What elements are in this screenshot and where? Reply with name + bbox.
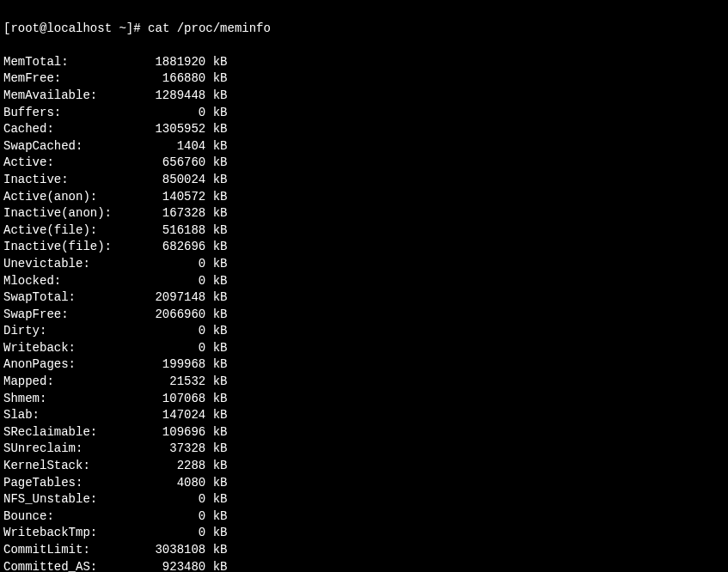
meminfo-unit: kB	[205, 357, 227, 371]
meminfo-line: Slab: 147024 kB	[3, 407, 725, 424]
meminfo-line: SUnreclaim: 37328 kB	[3, 441, 725, 458]
meminfo-label: Dirty:	[3, 324, 119, 338]
prompt-symbol: #	[133, 21, 140, 35]
meminfo-value: 166880	[119, 71, 205, 85]
meminfo-label: Inactive(anon):	[3, 206, 119, 220]
meminfo-label: Writeback:	[3, 341, 119, 355]
meminfo-value: 37328	[119, 441, 205, 455]
meminfo-line: Committed_AS: 923480 kB	[3, 559, 725, 572]
meminfo-value: 0	[119, 492, 205, 506]
meminfo-label: CommitLimit:	[3, 543, 119, 557]
meminfo-value: 2097148	[119, 290, 205, 304]
meminfo-unit: kB	[205, 392, 227, 405]
meminfo-label: WritebackTmp:	[3, 526, 119, 539]
meminfo-unit: kB	[205, 526, 227, 539]
meminfo-unit: kB	[205, 71, 227, 85]
meminfo-line: Cached: 1305952 kB	[3, 121, 725, 138]
meminfo-value: 850024	[119, 173, 205, 186]
terminal-output[interactable]: [root@localhost ~]# cat /proc/meminfo Me…	[3, 3, 725, 572]
meminfo-line: Inactive(file): 682696 kB	[3, 239, 725, 256]
meminfo-value: 1881920	[119, 55, 205, 69]
meminfo-unit: kB	[205, 257, 227, 271]
meminfo-line: SReclaimable: 109696 kB	[3, 424, 725, 441]
meminfo-value: 1289448	[119, 88, 205, 102]
meminfo-label: Buffers:	[3, 106, 119, 119]
meminfo-line: KernelStack: 2288 kB	[3, 458, 725, 475]
meminfo-line: AnonPages: 199968 kB	[3, 356, 725, 374]
meminfo-value: 199968	[119, 357, 205, 371]
meminfo-line: PageTables: 4080 kB	[3, 475, 725, 492]
command-text: cat /proc/meminfo	[148, 21, 271, 35]
meminfo-unit: kB	[205, 173, 227, 186]
meminfo-unit: kB	[205, 155, 227, 169]
meminfo-label: Inactive:	[3, 173, 119, 186]
meminfo-label: Active(anon):	[3, 190, 119, 204]
meminfo-line: Bounce: 0 kB	[3, 508, 725, 526]
meminfo-value: 0	[119, 341, 205, 355]
meminfo-value: 147024	[119, 408, 205, 422]
meminfo-value: 107068	[119, 392, 205, 405]
meminfo-line: Mapped: 21532 kB	[3, 374, 725, 391]
meminfo-value: 0	[119, 274, 205, 288]
meminfo-label: KernelStack:	[3, 459, 119, 472]
meminfo-label: Active(file):	[3, 223, 119, 237]
meminfo-value: 109696	[119, 425, 205, 439]
meminfo-label: MemAvailable:	[3, 88, 119, 102]
meminfo-unit: kB	[205, 223, 227, 237]
meminfo-line: WritebackTmp: 0 kB	[3, 525, 725, 542]
meminfo-unit: kB	[205, 55, 227, 69]
meminfo-label: SwapFree:	[3, 307, 119, 321]
meminfo-unit: kB	[205, 459, 227, 472]
meminfo-value: 1305952	[119, 122, 205, 136]
meminfo-line: Shmem: 107068 kB	[3, 391, 725, 408]
meminfo-value: 1404	[119, 139, 205, 153]
prompt-path: ~	[119, 21, 125, 35]
meminfo-value: 923480	[119, 560, 205, 572]
meminfo-unit: kB	[205, 492, 227, 506]
meminfo-value: 0	[119, 526, 205, 539]
meminfo-line: Mlocked: 0 kB	[3, 273, 725, 290]
meminfo-unit: kB	[205, 476, 227, 490]
meminfo-label: Cached:	[3, 122, 119, 136]
meminfo-line: MemAvailable: 1289448 kB	[3, 88, 725, 105]
meminfo-value: 0	[119, 106, 205, 119]
meminfo-label: AnonPages:	[3, 357, 119, 371]
meminfo-value: 0	[119, 324, 205, 338]
meminfo-line: Inactive(anon): 167328 kB	[3, 205, 725, 222]
meminfo-unit: kB	[205, 374, 227, 388]
meminfo-output: MemTotal: 1881920 kBMemFree: 166880 kBMe…	[3, 54, 725, 572]
meminfo-line: Active: 656760 kB	[3, 155, 725, 172]
meminfo-label: Inactive(file):	[3, 240, 119, 253]
meminfo-unit: kB	[205, 425, 227, 439]
prompt-host: localhost	[46, 21, 112, 35]
meminfo-line: Unevictable: 0 kB	[3, 256, 725, 273]
meminfo-value: 140572	[119, 190, 205, 204]
meminfo-label: Mlocked:	[3, 274, 119, 288]
meminfo-label: NFS_Unstable:	[3, 492, 119, 506]
prompt-line: [root@localhost ~]# cat /proc/meminfo	[3, 21, 725, 38]
meminfo-line: NFS_Unstable: 0 kB	[3, 491, 725, 508]
meminfo-label: SwapCached:	[3, 139, 119, 153]
meminfo-unit: kB	[205, 307, 227, 321]
meminfo-unit: kB	[205, 240, 227, 253]
meminfo-unit: kB	[205, 441, 227, 455]
meminfo-value: 2288	[119, 459, 205, 472]
meminfo-line: SwapTotal: 2097148 kB	[3, 289, 725, 307]
meminfo-unit: kB	[205, 122, 227, 136]
meminfo-label: SUnreclaim:	[3, 441, 119, 455]
meminfo-line: SwapFree: 2066960 kB	[3, 307, 725, 324]
meminfo-unit: kB	[205, 106, 227, 119]
meminfo-value: 4080	[119, 476, 205, 490]
prompt-cmd-space	[141, 21, 148, 35]
meminfo-unit: kB	[205, 88, 227, 102]
meminfo-unit: kB	[205, 509, 227, 523]
meminfo-line: Active(file): 516188 kB	[3, 222, 725, 240]
meminfo-value: 682696	[119, 240, 205, 253]
meminfo-unit: kB	[205, 341, 227, 355]
meminfo-line: Active(anon): 140572 kB	[3, 189, 725, 206]
meminfo-unit: kB	[205, 560, 227, 572]
meminfo-label: SReclaimable:	[3, 425, 119, 439]
prompt-close-bracket: ]	[126, 21, 133, 35]
meminfo-label: Bounce:	[3, 509, 119, 523]
meminfo-line: Writeback: 0 kB	[3, 340, 725, 357]
